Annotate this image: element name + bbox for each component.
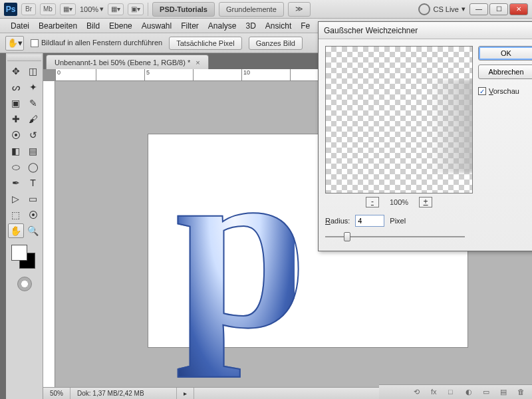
new-layer-icon[interactable]: ▤ <box>500 388 509 397</box>
close-tab-icon[interactable]: × <box>196 59 200 66</box>
quickmask-icon[interactable] <box>17 277 32 291</box>
scroll-all-option[interactable]: Bildlauf in allen Fenstern durchführen <box>31 39 162 47</box>
radius-slider[interactable] <box>325 231 465 243</box>
menu-datei[interactable]: Datei <box>7 20 33 32</box>
pen-tool-icon[interactable]: ✒ <box>8 176 24 190</box>
checkbox-checked-icon[interactable]: ✓ <box>478 87 486 95</box>
foreground-swatch[interactable] <box>11 245 27 261</box>
workspace-tab-primary[interactable]: PSD-Tutorials <box>152 2 215 17</box>
gradient-tool-icon[interactable]: ▤ <box>25 144 41 158</box>
menu-filter[interactable]: Filter <box>177 20 203 32</box>
group-icon[interactable]: ▭ <box>483 388 492 397</box>
app-logo-icon: Ps <box>4 3 17 16</box>
history-brush-tool-icon[interactable]: ↺ <box>25 128 41 142</box>
preview-checkbox[interactable]: ✓ Vorschau <box>478 87 532 95</box>
crop-tool-icon[interactable]: ▣ <box>8 96 24 110</box>
document-tab[interactable]: Unbenannt-1 bei 50% (Ebene 1, RGB/8) * × <box>46 55 209 69</box>
zoom-tool-icon[interactable]: 🔍 <box>25 223 41 238</box>
dodge-tool-icon[interactable]: ◯ <box>25 160 41 174</box>
move-tool-icon[interactable]: ✥ <box>8 64 24 78</box>
menu-bearbeiten[interactable]: Bearbeiten <box>35 20 81 32</box>
menu-fenster-cut[interactable]: Fe <box>297 20 314 32</box>
status-disclosure-icon[interactable]: ▸ <box>177 388 194 399</box>
document-tab-title: Unbenannt-1 bei 50% (Ebene 1, RGB/8) * <box>55 59 190 66</box>
heal-tool-icon[interactable]: ✚ <box>8 112 24 126</box>
ok-button[interactable]: OK <box>478 46 532 61</box>
radius-input[interactable] <box>355 215 384 227</box>
type-tool-icon[interactable]: T <box>25 176 41 190</box>
3d-camera-tool-icon[interactable]: ⦿ <box>25 207 41 222</box>
cancel-button[interactable]: Abbrechen <box>478 65 532 79</box>
slider-thumb[interactable] <box>344 232 350 241</box>
bridge-chip[interactable]: Br <box>21 3 36 15</box>
checkbox-icon[interactable] <box>31 39 39 47</box>
menu-analyse[interactable]: Analyse <box>204 20 241 32</box>
preview-zoom-readout: 100% <box>390 198 408 206</box>
app-bar: Ps Br Mb ▦▾ 100% ▾ ▦▾ ▣▾ PSD-Tutorials G… <box>0 0 532 19</box>
viewmode-chip[interactable]: ▦▾ <box>60 3 76 15</box>
gaussian-blur-dialog: Gaußscher Weichzeichner - 100% + Radius:… <box>318 21 532 251</box>
artwork-text: p <box>175 108 295 383</box>
hand-tool-icon[interactable]: ✋ <box>8 223 24 238</box>
toolbox-grip[interactable] <box>7 55 41 61</box>
minibridge-chip[interactable]: Mb <box>40 3 56 15</box>
fit-screen-button[interactable]: Ganzes Bild <box>249 37 303 50</box>
window-close-button[interactable]: ✕ <box>509 3 528 15</box>
ruler-vertical[interactable] <box>43 81 55 387</box>
brush-tool-icon[interactable]: 🖌 <box>25 112 41 126</box>
3d-tool-icon[interactable]: ⬚ <box>8 207 24 222</box>
color-swatches[interactable] <box>11 245 38 271</box>
preview-area[interactable] <box>325 46 473 194</box>
adjustment-icon[interactable]: ◐ <box>466 388 475 397</box>
cslive-button[interactable]: CS Live ▾ <box>418 3 466 15</box>
fx-icon[interactable]: fx <box>431 388 440 397</box>
link-layers-icon[interactable]: ⟲ <box>414 388 423 397</box>
workspace-overflow[interactable]: ≫ <box>288 2 311 17</box>
zoom-in-button[interactable]: + <box>419 197 432 207</box>
zoom-readout[interactable]: 100% ▾ <box>80 5 104 13</box>
menu-ebene[interactable]: Ebene <box>105 20 136 32</box>
menu-auswahl[interactable]: Auswahl <box>138 20 176 32</box>
dialog-title[interactable]: Gaußscher Weichzeichner <box>319 22 532 39</box>
screenmode-chip[interactable]: ▣▾ <box>128 3 144 15</box>
marquee-tool-icon[interactable]: ◫ <box>25 64 41 78</box>
separator <box>148 3 148 16</box>
menu-bild[interactable]: Bild <box>82 20 104 32</box>
workspace-tab-secondary[interactable]: Grundelemente <box>219 2 284 17</box>
trash-icon[interactable]: 🗑 <box>517 388 527 397</box>
mask-icon[interactable]: □ <box>448 388 458 397</box>
path-select-tool-icon[interactable]: ▷ <box>8 192 24 206</box>
menu-ansicht[interactable]: Ansicht <box>261 20 295 32</box>
current-tool-icon[interactable]: ✋▾ <box>5 36 24 51</box>
toolbox: ✥ ◫ ᔕ ✦ ▣ ✎ ✚ 🖌 ⦿ ↺ ◧ ▤ ⬭ ◯ ✒ T ▷ ▭ ⬚ ⦿ … <box>6 53 43 399</box>
menu-3d[interactable]: 3D <box>242 20 260 32</box>
zoom-out-button[interactable]: - <box>366 197 379 207</box>
blur-tool-icon[interactable]: ⬭ <box>8 160 24 174</box>
shape-tool-icon[interactable]: ▭ <box>25 192 41 206</box>
eyedropper-tool-icon[interactable]: ✎ <box>25 96 41 110</box>
status-zoom[interactable]: 50% <box>43 388 70 399</box>
preview-artwork <box>430 80 473 173</box>
status-docsize[interactable]: Dok: 1,37 MB/2,42 MB <box>70 388 177 399</box>
layers-footer: ⟲ fx □ ◐ ▭ ▤ 🗑 <box>379 384 532 399</box>
arrange-chip[interactable]: ▦▾ <box>108 3 124 15</box>
window-minimize-button[interactable]: — <box>469 3 488 15</box>
actual-pixels-button[interactable]: Tatsächliche Pixel <box>169 37 241 50</box>
stamp-tool-icon[interactable]: ⦿ <box>8 128 24 142</box>
eraser-tool-icon[interactable]: ◧ <box>8 144 24 158</box>
radius-unit: Pixel <box>390 217 406 225</box>
radius-label: Radius: <box>325 217 350 225</box>
wand-tool-icon[interactable]: ✦ <box>25 80 41 94</box>
window-maximize-button[interactable]: ☐ <box>489 3 508 15</box>
lasso-tool-icon[interactable]: ᔕ <box>8 80 24 94</box>
collapsed-dock-left[interactable] <box>0 53 6 399</box>
